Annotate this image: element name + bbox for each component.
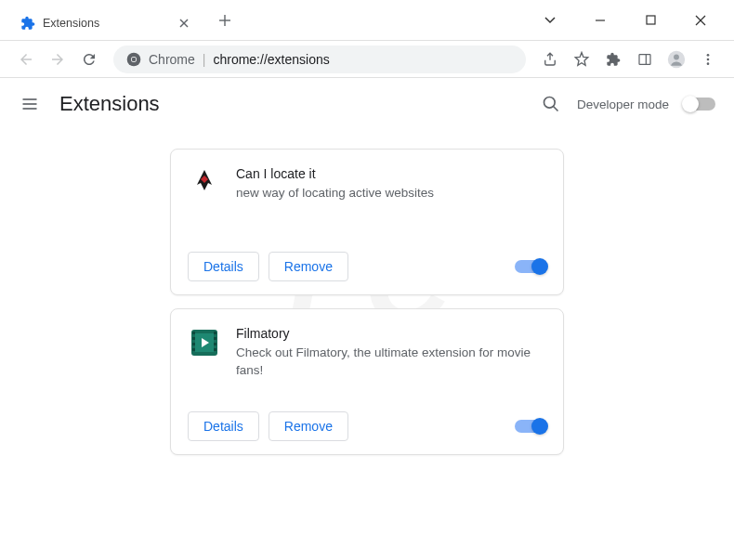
svg-rect-32 [214, 343, 216, 345]
tab-close-button[interactable] [177, 16, 191, 31]
svg-rect-27 [192, 337, 195, 340]
details-button[interactable]: Details [188, 252, 259, 281]
omnibox-app-label: Chrome [149, 52, 195, 67]
extension-enable-toggle[interactable] [515, 260, 546, 273]
remove-button[interactable]: Remove [269, 411, 348, 441]
page-header: Extensions Developer mode [0, 78, 734, 130]
hamburger-menu-button[interactable] [19, 93, 41, 115]
svg-rect-5 [647, 16, 655, 24]
omnibox-divider: | [203, 52, 206, 67]
extension-name: Can I locate it [236, 166, 546, 181]
svg-rect-26 [192, 332, 195, 334]
svg-point-17 [707, 62, 710, 65]
toolbar: Chrome | chrome://extensions [0, 41, 734, 78]
extension-enable-toggle[interactable] [515, 420, 546, 433]
address-bar[interactable]: Chrome | chrome://extensions [113, 46, 526, 73]
close-button[interactable] [686, 6, 715, 35]
tab-title: Extensions [43, 17, 99, 30]
reload-button[interactable] [76, 46, 102, 72]
developer-mode-toggle[interactable] [684, 98, 715, 111]
svg-point-15 [707, 54, 710, 57]
new-tab-button[interactable] [212, 7, 238, 33]
developer-mode-label: Developer mode [577, 98, 669, 111]
extension-name: Filmatory [236, 326, 546, 341]
svg-line-22 [553, 107, 557, 111]
svg-rect-18 [23, 98, 37, 100]
svg-rect-33 [214, 348, 216, 351]
extension-description: Check out Filmatory, the ultimate extens… [236, 345, 546, 380]
svg-rect-11 [639, 54, 650, 64]
svg-point-14 [674, 54, 679, 59]
share-button[interactable] [537, 46, 563, 72]
profile-button[interactable] [663, 46, 689, 72]
browser-tab[interactable]: Extensions [7, 7, 203, 40]
menu-button[interactable] [695, 46, 721, 72]
window-controls [535, 6, 734, 35]
page-title: Extensions [59, 92, 160, 116]
extension-icon [20, 16, 35, 31]
svg-rect-30 [214, 332, 216, 334]
extensions-button[interactable] [600, 46, 626, 72]
chrome-logo-icon [126, 52, 141, 67]
maximize-button[interactable] [636, 6, 665, 35]
extension-card: Can I locate it new way of locating acti… [170, 149, 564, 295]
details-button[interactable]: Details [188, 411, 259, 441]
extension-card: Filmatory Check out Filmatory, the ultim… [170, 308, 564, 455]
svg-rect-28 [192, 343, 195, 345]
svg-rect-19 [23, 103, 37, 105]
svg-rect-20 [23, 108, 37, 110]
omnibox-url: chrome://extensions [213, 52, 329, 67]
titlebar: Extensions [0, 0, 734, 41]
dropdown-caret-button[interactable] [535, 6, 565, 35]
svg-rect-31 [214, 337, 216, 340]
svg-rect-29 [192, 348, 195, 351]
extension-app-icon [188, 326, 221, 359]
remove-button[interactable]: Remove [269, 252, 348, 281]
extension-app-icon [188, 166, 221, 200]
forward-button[interactable] [45, 46, 71, 72]
back-button[interactable] [13, 46, 39, 72]
bookmark-button[interactable] [569, 46, 595, 72]
svg-point-10 [132, 57, 137, 61]
minimize-button[interactable] [585, 6, 615, 35]
svg-point-16 [707, 58, 710, 60]
svg-point-21 [544, 98, 555, 109]
sidepanel-button[interactable] [632, 46, 658, 72]
search-button[interactable] [540, 93, 562, 115]
extension-list: Can I locate it new way of locating acti… [0, 130, 734, 455]
extension-description: new way of locating active websites [236, 185, 546, 202]
